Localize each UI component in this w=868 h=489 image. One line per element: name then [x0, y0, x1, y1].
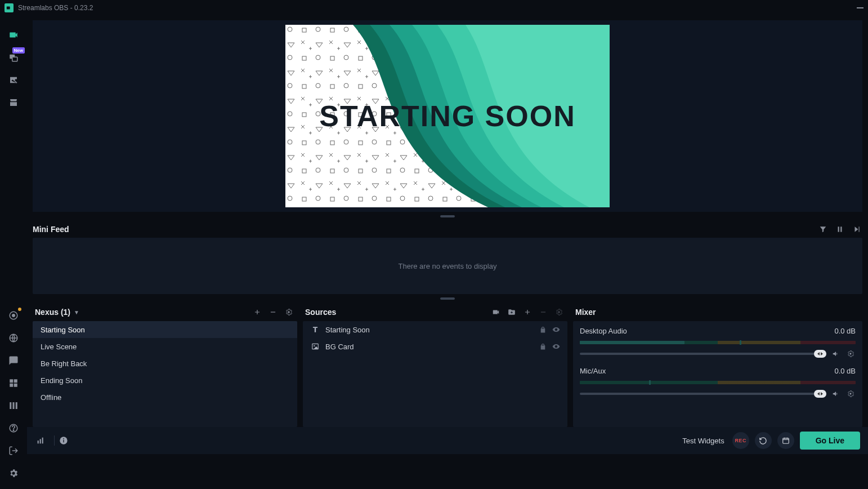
mini-feed-panel: Mini Feed There are no events to display [33, 221, 862, 294]
scene-settings-icon[interactable] [283, 306, 295, 318]
svg-point-23 [558, 311, 560, 313]
nav-editor[interactable] [6, 27, 21, 43]
source-item[interactable]: BG Card [303, 338, 567, 355]
svg-rect-6 [10, 379, 13, 383]
sources-panel: Sources Starting Soon [303, 303, 567, 427]
text-source-icon [310, 326, 321, 334]
audio-meter [580, 381, 856, 384]
svg-rect-18 [838, 226, 839, 232]
add-folder-icon[interactable] [505, 306, 518, 318]
chevron-down-icon[interactable]: ▼ [74, 309, 79, 315]
scene-item[interactable]: Ending Soon [33, 372, 297, 389]
filter-icon[interactable] [817, 224, 829, 235]
nav-cloud[interactable] [6, 308, 21, 323]
scene-item[interactable]: Be Right Back [33, 355, 297, 372]
channel-name: Desktop Audio [580, 327, 627, 335]
svg-point-27 [850, 393, 852, 395]
test-widgets-button[interactable]: Test Widgets [682, 437, 724, 445]
svg-rect-7 [14, 379, 17, 383]
mini-feed-body: There are no events to display [33, 238, 862, 294]
svg-point-33 [63, 438, 64, 439]
replay-buffer-button[interactable] [755, 432, 772, 449]
channel-settings-icon[interactable] [845, 349, 856, 359]
volume-slider[interactable] [580, 393, 826, 395]
info-icon[interactable] [58, 435, 69, 446]
skip-icon[interactable] [851, 224, 862, 235]
svg-point-4 [12, 314, 15, 317]
preview-text: STARTING SOON [285, 25, 610, 207]
mixer-title: Mixer [575, 308, 596, 317]
add-scene-icon[interactable] [251, 306, 263, 318]
remove-scene-icon[interactable] [267, 306, 279, 318]
bottom-bar: Test Widgets REC Go Live [27, 427, 868, 454]
scene-label: Starting Soon [41, 326, 85, 334]
scene-collection-label[interactable]: Nexus (1) [35, 308, 70, 317]
svg-rect-0 [7, 7, 10, 10]
channel-db: 0.0 dB [834, 327, 856, 335]
nav-chat[interactable] [6, 353, 21, 368]
svg-rect-2 [12, 57, 17, 61]
window-minimize-icon[interactable] [857, 7, 863, 8]
scene-item[interactable]: Starting Soon [33, 321, 297, 338]
pause-icon[interactable] [834, 224, 845, 235]
preview-area[interactable]: STARTING SOON [33, 20, 862, 212]
speaker-icon[interactable] [831, 349, 841, 359]
speaker-icon[interactable] [831, 389, 841, 399]
svg-rect-11 [13, 402, 15, 409]
nav-help[interactable] [6, 420, 21, 436]
main-content: STARTING SOON Mini Feed There are no eve… [27, 16, 868, 489]
source-item[interactable]: Starting Soon [303, 321, 567, 338]
svg-rect-28 [38, 441, 39, 443]
resize-grip[interactable] [27, 212, 868, 221]
app-title: Streamlabs OBS - 0.23.2 [18, 4, 93, 12]
schedule-button[interactable] [777, 432, 794, 449]
channel-name: Mic/Aux [580, 367, 606, 375]
nav-settings[interactable] [6, 465, 21, 481]
svg-rect-20 [271, 312, 275, 312]
record-button[interactable]: REC [732, 432, 749, 449]
svg-rect-22 [541, 312, 545, 312]
add-webcam-icon[interactable] [490, 306, 502, 318]
lock-icon[interactable] [538, 343, 547, 350]
mixer-body: Desktop Audio 0.0 dB Mic/ [573, 321, 862, 427]
svg-rect-19 [840, 226, 842, 232]
scene-item[interactable]: Live Scene [33, 338, 297, 355]
nav-logout[interactable] [6, 443, 21, 459]
nav-globe[interactable] [6, 330, 21, 346]
mini-feed-title: Mini Feed [33, 225, 69, 234]
svg-point-25 [314, 345, 315, 346]
visibility-icon[interactable] [552, 343, 561, 350]
svg-rect-9 [14, 384, 17, 387]
channel-settings-icon[interactable] [845, 389, 856, 399]
audio-meter [580, 341, 856, 344]
add-source-icon[interactable] [521, 306, 534, 318]
mixer-channel: Mic/Aux 0.0 dB [573, 361, 862, 401]
new-badge: New [12, 47, 25, 54]
mini-feed-empty: There are no events to display [399, 262, 497, 270]
nav-store[interactable] [6, 95, 21, 110]
lock-icon[interactable] [538, 326, 547, 334]
svg-rect-32 [63, 440, 64, 443]
stats-icon[interactable] [35, 435, 46, 446]
volume-slider[interactable] [580, 353, 826, 355]
svg-rect-12 [16, 402, 17, 409]
svg-rect-29 [40, 439, 41, 443]
nav-alertbox[interactable] [6, 72, 21, 88]
remove-source-icon [537, 306, 549, 318]
go-live-button[interactable]: Go Live [800, 432, 860, 450]
separator [54, 435, 55, 446]
resize-grip-2[interactable] [27, 294, 868, 303]
scene-label: Ending Soon [41, 376, 82, 385]
scenes-panel: Nexus (1) ▼ Starting Soon Live Scene Be … [33, 303, 297, 427]
slider-knob[interactable] [814, 350, 826, 358]
nav-layout[interactable] [6, 398, 21, 414]
scene-item[interactable]: Offline [33, 389, 297, 406]
nav-multistream[interactable]: New [6, 50, 21, 65]
sources-list: Starting Soon BG Card [303, 321, 567, 427]
nav-apps[interactable] [6, 375, 21, 391]
notification-dot [18, 308, 21, 311]
svg-rect-30 [42, 438, 43, 444]
visibility-icon[interactable] [552, 326, 561, 334]
slider-knob[interactable] [814, 390, 826, 398]
preview-card: STARTING SOON [285, 25, 610, 207]
